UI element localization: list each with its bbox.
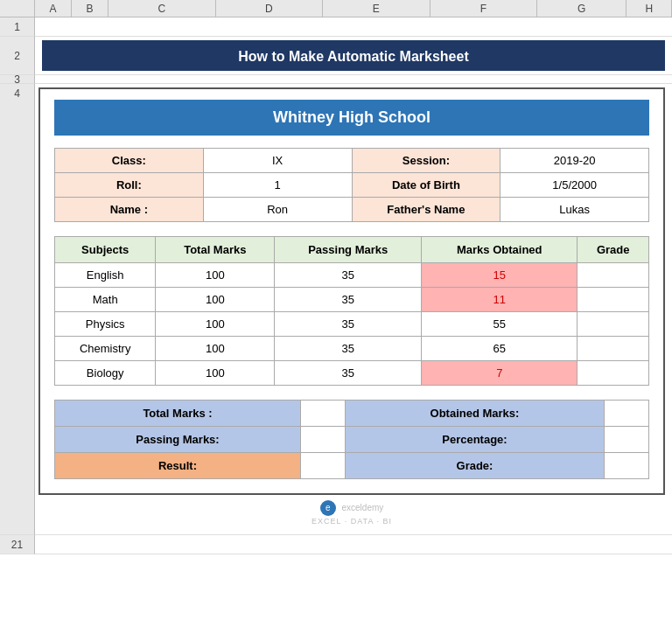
grade-cell	[578, 263, 649, 288]
subject-cell: Physics	[55, 312, 156, 337]
total-cell: 100	[156, 288, 275, 312]
passing-cell: 35	[275, 312, 422, 337]
passing-cell: 35	[275, 361, 422, 386]
passing-marks-value	[300, 427, 345, 453]
row-1-cells	[35, 17, 672, 37]
obtained-cell: 7	[422, 361, 578, 386]
total-marks-label: Total Marks :	[55, 401, 301, 427]
grade-cell	[578, 361, 649, 386]
total-cell: 100	[156, 312, 275, 337]
col-passing: Passing Marks	[275, 237, 422, 263]
col-header-b: B	[72, 0, 108, 17]
row-num-21: 21	[0, 535, 35, 554]
col-header-c: C	[108, 0, 216, 17]
row-3-cells	[35, 75, 672, 84]
main-card: Whitney High School Class: IX Session: 2…	[38, 87, 665, 495]
subject-cell: Biology	[55, 361, 156, 386]
info-row-1: Class: IX Session: 2019-20	[55, 149, 649, 173]
col-header-d: D	[216, 0, 324, 17]
marks-row-1: Math1003511	[55, 288, 649, 312]
summary-row-1: Total Marks : Obtained Marks:	[55, 401, 649, 427]
main-title: How to Make Automatic Marksheet	[42, 40, 665, 71]
marks-row-3: Chemistry1003565	[55, 337, 649, 361]
total-marks-value	[300, 401, 345, 427]
passing-cell: 35	[275, 337, 422, 361]
subject-cell: Chemistry	[55, 337, 156, 361]
info-row-2: Roll: 1 Date of Birth 1/5/2000	[55, 173, 649, 198]
row-21-cells	[35, 535, 672, 554]
summary-table: Total Marks : Obtained Marks: Passing Ma…	[54, 400, 649, 479]
marks-row-0: English1003515	[55, 263, 649, 288]
marks-table: Subjects Total Marks Passing Marks Marks…	[54, 236, 649, 386]
marks-row-4: Biology100357	[55, 361, 649, 386]
corner-cell	[0, 0, 35, 17]
father-label: Father's Name	[352, 198, 500, 222]
dob-label: Date of Birth	[352, 173, 500, 198]
row-1: 1	[0, 17, 672, 37]
row-num-1: 1	[0, 17, 35, 37]
grade-cell	[578, 288, 649, 312]
grade-value	[605, 453, 649, 479]
obtained-cell: 15	[422, 263, 578, 288]
subject-cell: Math	[55, 288, 156, 312]
watermark-logo: e	[320, 500, 336, 516]
dob-value: 1/5/2000	[500, 173, 649, 198]
result-label: Result:	[55, 453, 301, 479]
col-total: Total Marks	[156, 237, 275, 263]
col-obtained: Marks Obtained	[422, 237, 578, 263]
percentage-label: Percentage:	[345, 427, 605, 453]
class-value: IX	[203, 149, 352, 173]
obtained-cell: 11	[422, 288, 578, 312]
grade-cell	[578, 312, 649, 337]
roll-value: 1	[203, 173, 352, 198]
summary-row-3: Result: Grade:	[55, 453, 649, 479]
row-21: 21	[0, 535, 672, 554]
row-num-3: 3	[0, 75, 35, 84]
total-cell: 100	[156, 263, 275, 288]
bottom-rows: 21	[0, 535, 672, 554]
watermark: e exceldemyEXCEL · DATA · BI	[38, 500, 665, 526]
col-header-row: A B C D E F G H	[0, 0, 672, 17]
summary-row-2: Passing Marks: Percentage:	[55, 427, 649, 453]
roll-label: Roll:	[55, 173, 204, 198]
row-3: 3	[0, 75, 672, 84]
father-value: Lukas	[500, 198, 649, 222]
col-header-f: F	[430, 0, 538, 17]
row-num-content: 4	[0, 84, 35, 535]
col-grade: Grade	[578, 237, 649, 263]
info-table: Class: IX Session: 2019-20 Roll: 1 Date …	[54, 148, 649, 222]
col-header-h: H	[626, 0, 672, 17]
info-row-3: Name : Ron Father's Name Lukas	[55, 198, 649, 222]
total-cell: 100	[156, 337, 275, 361]
row-2-cells: How to Make Automatic Marksheet	[35, 37, 672, 75]
content-row: 4 Whitney High School Class: IX Session:…	[0, 84, 672, 535]
grade-label: Grade:	[345, 453, 605, 479]
session-label: Session:	[352, 149, 500, 173]
passing-cell: 35	[275, 288, 422, 312]
class-label: Class:	[55, 149, 204, 173]
col-header-e: E	[323, 0, 430, 17]
school-name: Whitney High School	[54, 100, 649, 136]
obtained-cell: 55	[422, 312, 578, 337]
percentage-value	[605, 427, 649, 453]
spreadsheet: A B C D E F G H 1 2 How to Make Automati…	[0, 0, 672, 627]
passing-marks-label: Passing Marks:	[55, 427, 301, 453]
name-value: Ron	[203, 198, 352, 222]
marks-header-row: Subjects Total Marks Passing Marks Marks…	[55, 237, 649, 263]
obtained-marks-value	[605, 401, 649, 427]
result-value	[300, 453, 345, 479]
subject-cell: English	[55, 263, 156, 288]
obtained-marks-label: Obtained Marks:	[345, 401, 605, 427]
col-subjects: Subjects	[55, 237, 156, 263]
passing-cell: 35	[275, 263, 422, 288]
col-header-g: G	[537, 0, 626, 17]
col-header-a: A	[35, 0, 72, 17]
name-label: Name :	[55, 198, 204, 222]
grade-cell	[578, 337, 649, 361]
row-2: 2 How to Make Automatic Marksheet	[0, 37, 672, 75]
marks-row-2: Physics1003555	[55, 312, 649, 337]
row-num-2: 2	[0, 37, 35, 75]
main-content-area: Whitney High School Class: IX Session: 2…	[35, 84, 672, 535]
obtained-cell: 65	[422, 337, 578, 361]
session-value: 2019-20	[500, 149, 649, 173]
